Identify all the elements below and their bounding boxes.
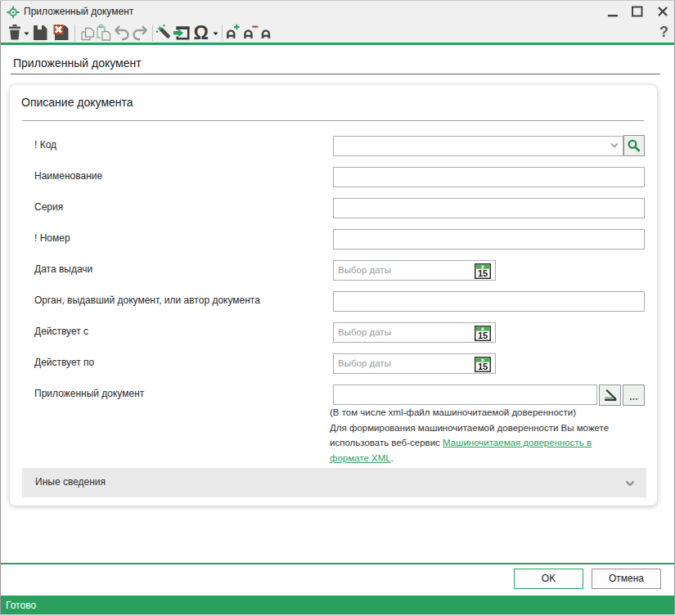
svg-text:15: 15 xyxy=(478,330,488,340)
svg-text:15: 15 xyxy=(478,268,488,278)
svg-text:15: 15 xyxy=(478,362,488,371)
svg-text:Ω: Ω xyxy=(194,24,209,42)
